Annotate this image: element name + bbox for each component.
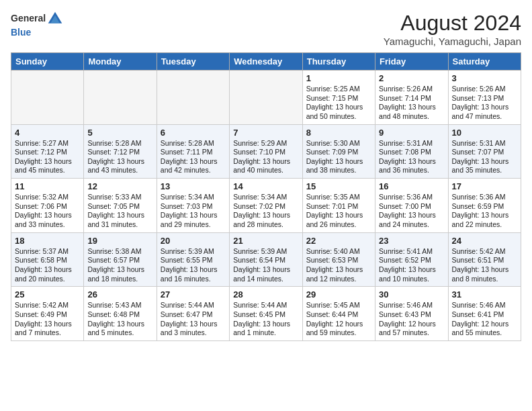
sunset-text: Sunset: 6:41 PM (452, 310, 517, 320)
sunset-text: Sunset: 6:49 PM (15, 310, 80, 320)
day-number: 28 (233, 289, 298, 300)
calendar-cell: 13Sunrise: 5:34 AMSunset: 7:03 PMDayligh… (157, 179, 229, 233)
daylight-text: and 43 minutes. (87, 166, 152, 175)
day-number: 27 (161, 289, 226, 300)
sunrise-text: Sunrise: 5:40 AM (306, 247, 371, 257)
daylight-text: and 57 minutes. (379, 328, 444, 338)
sunrise-text: Sunrise: 5:34 AM (161, 193, 226, 202)
sunset-text: Sunset: 7:00 PM (379, 202, 444, 212)
day-number: 17 (452, 181, 517, 191)
sunset-text: Sunset: 7:12 PM (15, 148, 80, 157)
calendar-cell: 25Sunrise: 5:42 AMSunset: 6:49 PMDayligh… (11, 287, 84, 341)
daylight-text: Daylight: 13 hours (379, 211, 444, 220)
day-number: 31 (452, 289, 517, 300)
daylight-text: and 42 minutes. (161, 166, 226, 175)
daylight-text: Daylight: 13 hours (306, 265, 371, 275)
day-number: 3 (452, 73, 517, 83)
sunset-text: Sunset: 7:03 PM (161, 202, 226, 212)
sunrise-text: Sunrise: 5:42 AM (15, 301, 80, 310)
sunset-text: Sunset: 7:15 PM (306, 94, 371, 103)
day-number: 16 (379, 181, 444, 191)
daylight-text: Daylight: 13 hours (15, 157, 80, 167)
daylight-text: Daylight: 13 hours (379, 265, 444, 275)
calendar-cell: 31Sunrise: 5:46 AMSunset: 6:41 PMDayligh… (448, 287, 521, 341)
daylight-text: and 20 minutes. (15, 275, 80, 284)
daylight-text: Daylight: 13 hours (452, 265, 517, 275)
daylight-text: Daylight: 13 hours (452, 157, 517, 167)
day-number: 15 (306, 181, 371, 191)
calendar-cell: 24Sunrise: 5:42 AMSunset: 6:51 PMDayligh… (448, 232, 521, 287)
sunrise-text: Sunrise: 5:35 AM (306, 193, 371, 202)
col-header-monday: Monday (84, 53, 157, 71)
sunset-text: Sunset: 7:12 PM (87, 148, 152, 157)
calendar-cell: 7Sunrise: 5:29 AMSunset: 7:10 PMDaylight… (230, 124, 302, 179)
col-header-tuesday: Tuesday (157, 53, 229, 71)
day-number: 20 (161, 236, 226, 246)
calendar-cell: 23Sunrise: 5:41 AMSunset: 6:52 PMDayligh… (375, 232, 448, 287)
calendar-cell: 29Sunrise: 5:45 AMSunset: 6:44 PMDayligh… (302, 287, 375, 341)
col-header-thursday: Thursday (302, 53, 375, 71)
day-number: 14 (233, 181, 298, 191)
sunset-text: Sunset: 7:01 PM (306, 202, 371, 212)
calendar-cell: 15Sunrise: 5:35 AMSunset: 7:01 PMDayligh… (302, 179, 375, 233)
day-number: 25 (15, 289, 80, 300)
daylight-text: Daylight: 13 hours (87, 157, 152, 167)
daylight-text: and 36 minutes. (379, 166, 444, 175)
sunset-text: Sunset: 6:44 PM (306, 310, 371, 320)
calendar-week-row: 25Sunrise: 5:42 AMSunset: 6:49 PMDayligh… (11, 287, 521, 341)
day-number: 22 (306, 236, 371, 246)
daylight-text: and 35 minutes. (452, 166, 517, 175)
sunrise-text: Sunrise: 5:44 AM (161, 301, 226, 310)
calendar-cell: 18Sunrise: 5:37 AMSunset: 6:58 PMDayligh… (11, 232, 84, 287)
calendar-cell: 10Sunrise: 5:31 AMSunset: 7:07 PMDayligh… (448, 124, 521, 179)
col-header-friday: Friday (375, 53, 448, 71)
sunset-text: Sunset: 6:47 PM (161, 310, 226, 320)
day-number: 9 (379, 128, 444, 138)
sunset-text: Sunset: 7:11 PM (161, 148, 226, 157)
day-number: 5 (87, 128, 152, 138)
daylight-text: and 3 minutes. (161, 328, 226, 338)
daylight-text: Daylight: 13 hours (161, 320, 226, 329)
day-number: 21 (233, 236, 298, 246)
daylight-text: Daylight: 13 hours (161, 157, 226, 167)
sunset-text: Sunset: 6:53 PM (306, 256, 371, 265)
sunset-text: Sunset: 7:10 PM (233, 148, 298, 157)
day-number: 24 (452, 236, 517, 246)
sunrise-text: Sunrise: 5:46 AM (379, 301, 444, 310)
day-number: 30 (379, 289, 444, 300)
daylight-text: and 22 minutes. (452, 220, 517, 230)
daylight-text: and 16 minutes. (161, 275, 226, 284)
calendar-cell: 12Sunrise: 5:33 AMSunset: 7:05 PMDayligh… (84, 179, 157, 233)
sunrise-text: Sunrise: 5:30 AM (306, 139, 371, 148)
daylight-text: Daylight: 12 hours (452, 320, 517, 329)
daylight-text: Daylight: 13 hours (306, 103, 371, 112)
calendar-cell: 22Sunrise: 5:40 AMSunset: 6:53 PMDayligh… (302, 232, 375, 287)
calendar-cell: 11Sunrise: 5:32 AMSunset: 7:06 PMDayligh… (11, 179, 84, 233)
sunset-text: Sunset: 7:08 PM (379, 148, 444, 157)
daylight-text: and 24 minutes. (379, 220, 444, 230)
sunrise-text: Sunrise: 5:39 AM (233, 247, 298, 257)
calendar-cell: 28Sunrise: 5:44 AMSunset: 6:45 PMDayligh… (230, 287, 302, 341)
daylight-text: and 18 minutes. (87, 275, 152, 284)
calendar-subtitle: Yamaguchi, Yamaguchi, Japan (384, 36, 521, 47)
day-number: 11 (15, 181, 80, 191)
day-number: 8 (306, 128, 371, 138)
daylight-text: and 48 minutes. (379, 112, 444, 122)
sunrise-text: Sunrise: 5:28 AM (161, 139, 226, 148)
daylight-text: and 8 minutes. (452, 275, 517, 284)
daylight-text: and 29 minutes. (161, 220, 226, 230)
sunrise-text: Sunrise: 5:33 AM (87, 193, 152, 202)
col-header-wednesday: Wednesday (230, 53, 302, 71)
sunrise-text: Sunrise: 5:43 AM (87, 301, 152, 310)
sunrise-text: Sunrise: 5:41 AM (379, 247, 444, 257)
daylight-text: Daylight: 13 hours (452, 211, 517, 220)
daylight-text: and 26 minutes. (306, 220, 371, 230)
sunset-text: Sunset: 6:48 PM (87, 310, 152, 320)
day-number: 7 (233, 128, 298, 138)
col-header-saturday: Saturday (448, 53, 521, 71)
sunrise-text: Sunrise: 5:31 AM (379, 139, 444, 148)
page-header: General Blue August 2024 Yamaguchi, Yama… (11, 11, 521, 47)
day-number: 2 (379, 73, 444, 83)
day-number: 23 (379, 236, 444, 246)
day-number: 4 (15, 128, 80, 138)
